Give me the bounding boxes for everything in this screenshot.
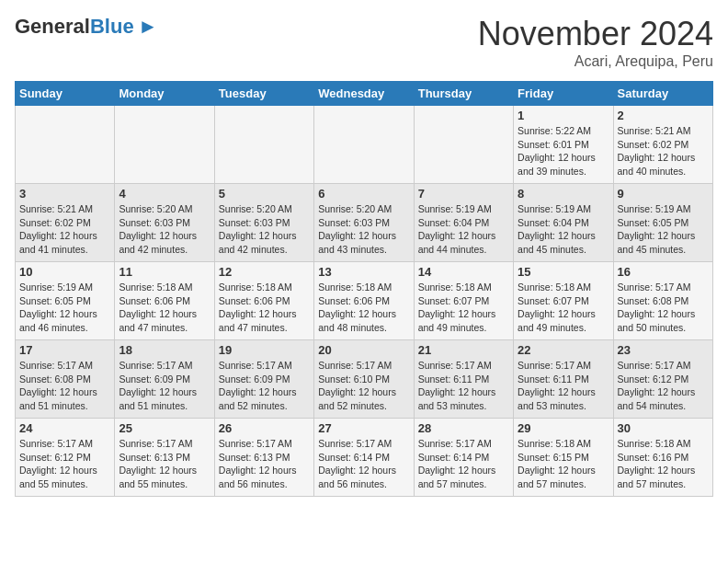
day-info: Sunrise: 5:17 AM Sunset: 6:12 PM Dayligh… (19, 437, 110, 491)
week-row-1: 1Sunrise: 5:22 AM Sunset: 6:01 PM Daylig… (16, 106, 713, 184)
day-info: Sunrise: 5:22 AM Sunset: 6:01 PM Dayligh… (518, 124, 609, 178)
calendar-cell: 5Sunrise: 5:20 AM Sunset: 6:03 PM Daylig… (214, 184, 313, 262)
day-number: 7 (418, 187, 509, 201)
day-number: 5 (219, 187, 310, 201)
calendar-cell: 1Sunrise: 5:22 AM Sunset: 6:01 PM Daylig… (514, 106, 613, 184)
day-number: 20 (318, 343, 409, 357)
calendar-cell (314, 106, 414, 184)
week-row-3: 10Sunrise: 5:19 AM Sunset: 6:05 PM Dayli… (16, 262, 713, 340)
weekday-header-wednesday: Wednesday (314, 82, 414, 106)
calendar-cell: 12Sunrise: 5:18 AM Sunset: 6:06 PM Dayli… (214, 262, 313, 340)
calendar-cell: 17Sunrise: 5:17 AM Sunset: 6:08 PM Dayli… (16, 340, 115, 419)
logo-blue: Blue (90, 15, 134, 38)
title-block: November 2024 Acari, Arequipa, Peru (478, 15, 713, 70)
weekday-header-saturday: Saturday (613, 82, 712, 106)
logo-general: General (15, 15, 90, 39)
calendar-cell (115, 106, 214, 184)
day-number: 15 (518, 265, 609, 279)
calendar-cell: 21Sunrise: 5:17 AM Sunset: 6:11 PM Dayli… (414, 340, 513, 419)
day-number: 9 (618, 187, 709, 201)
day-number: 25 (119, 421, 210, 435)
day-number: 29 (518, 421, 609, 435)
calendar-cell: 9Sunrise: 5:19 AM Sunset: 6:05 PM Daylig… (613, 184, 712, 262)
calendar-cell: 11Sunrise: 5:18 AM Sunset: 6:06 PM Dayli… (115, 262, 214, 340)
weekday-header-thursday: Thursday (414, 82, 513, 106)
day-info: Sunrise: 5:17 AM Sunset: 6:14 PM Dayligh… (418, 437, 509, 491)
day-info: Sunrise: 5:17 AM Sunset: 6:08 PM Dayligh… (19, 359, 110, 413)
week-row-4: 17Sunrise: 5:17 AM Sunset: 6:08 PM Dayli… (16, 340, 713, 419)
day-info: Sunrise: 5:19 AM Sunset: 6:05 PM Dayligh… (618, 202, 709, 257)
day-info: Sunrise: 5:17 AM Sunset: 6:11 PM Dayligh… (518, 359, 609, 413)
month-title: November 2024 (478, 15, 713, 53)
day-info: Sunrise: 5:19 AM Sunset: 6:05 PM Dayligh… (19, 281, 110, 335)
day-info: Sunrise: 5:17 AM Sunset: 6:13 PM Dayligh… (119, 437, 210, 491)
day-number: 6 (318, 187, 409, 201)
calendar-table: SundayMondayTuesdayWednesdayThursdayFrid… (15, 81, 713, 497)
calendar-cell: 25Sunrise: 5:17 AM Sunset: 6:13 PM Dayli… (115, 419, 214, 497)
day-info: Sunrise: 5:17 AM Sunset: 6:13 PM Dayligh… (219, 437, 310, 491)
calendar-cell: 22Sunrise: 5:17 AM Sunset: 6:11 PM Dayli… (514, 340, 613, 419)
day-info: Sunrise: 5:19 AM Sunset: 6:04 PM Dayligh… (418, 202, 509, 257)
day-number: 14 (418, 265, 509, 279)
day-number: 24 (19, 421, 110, 435)
day-number: 23 (618, 343, 709, 357)
day-info: Sunrise: 5:18 AM Sunset: 6:15 PM Dayligh… (518, 437, 609, 491)
day-info: Sunrise: 5:18 AM Sunset: 6:07 PM Dayligh… (418, 281, 509, 335)
day-info: Sunrise: 5:20 AM Sunset: 6:03 PM Dayligh… (119, 202, 210, 257)
day-number: 21 (418, 343, 509, 357)
day-number: 11 (119, 265, 210, 279)
calendar-cell (414, 106, 513, 184)
day-number: 12 (219, 265, 310, 279)
day-number: 1 (518, 109, 609, 122)
day-info: Sunrise: 5:17 AM Sunset: 6:12 PM Dayligh… (618, 359, 709, 413)
weekday-header-row: SundayMondayTuesdayWednesdayThursdayFrid… (16, 82, 713, 106)
day-number: 19 (219, 343, 310, 357)
day-info: Sunrise: 5:17 AM Sunset: 6:14 PM Dayligh… (318, 437, 409, 491)
weekday-header-friday: Friday (514, 82, 613, 106)
calendar-cell: 2Sunrise: 5:21 AM Sunset: 6:02 PM Daylig… (613, 106, 712, 184)
day-info: Sunrise: 5:18 AM Sunset: 6:06 PM Dayligh… (219, 281, 310, 335)
location: Acari, Arequipa, Peru (478, 53, 713, 70)
day-number: 16 (618, 265, 709, 279)
day-number: 13 (318, 265, 409, 279)
weekday-header-tuesday: Tuesday (214, 82, 313, 106)
day-number: 27 (318, 421, 409, 435)
day-info: Sunrise: 5:18 AM Sunset: 6:07 PM Dayligh… (518, 281, 609, 335)
calendar-cell (16, 106, 115, 184)
day-number: 30 (618, 421, 709, 435)
week-row-5: 24Sunrise: 5:17 AM Sunset: 6:12 PM Dayli… (16, 419, 713, 497)
day-number: 2 (618, 109, 709, 122)
calendar-cell (214, 106, 313, 184)
day-number: 18 (119, 343, 210, 357)
day-info: Sunrise: 5:21 AM Sunset: 6:02 PM Dayligh… (19, 202, 110, 257)
page-header: General Blue ► November 2024 Acari, Areq… (15, 15, 713, 70)
day-info: Sunrise: 5:18 AM Sunset: 6:06 PM Dayligh… (119, 281, 210, 335)
calendar-cell: 15Sunrise: 5:18 AM Sunset: 6:07 PM Dayli… (514, 262, 613, 340)
day-number: 3 (19, 187, 110, 201)
day-info: Sunrise: 5:18 AM Sunset: 6:06 PM Dayligh… (318, 281, 409, 335)
calendar-cell: 23Sunrise: 5:17 AM Sunset: 6:12 PM Dayli… (613, 340, 712, 419)
day-info: Sunrise: 5:17 AM Sunset: 6:09 PM Dayligh… (119, 359, 210, 413)
calendar-cell: 24Sunrise: 5:17 AM Sunset: 6:12 PM Dayli… (16, 419, 115, 497)
calendar-cell: 10Sunrise: 5:19 AM Sunset: 6:05 PM Dayli… (16, 262, 115, 340)
weekday-header-monday: Monday (115, 82, 214, 106)
day-info: Sunrise: 5:21 AM Sunset: 6:02 PM Dayligh… (618, 124, 709, 178)
day-info: Sunrise: 5:17 AM Sunset: 6:11 PM Dayligh… (418, 359, 509, 413)
calendar-cell: 26Sunrise: 5:17 AM Sunset: 6:13 PM Dayli… (214, 419, 313, 497)
day-number: 28 (418, 421, 509, 435)
day-info: Sunrise: 5:17 AM Sunset: 6:09 PM Dayligh… (219, 359, 310, 413)
calendar-cell: 28Sunrise: 5:17 AM Sunset: 6:14 PM Dayli… (414, 419, 513, 497)
day-number: 10 (19, 265, 110, 279)
day-number: 8 (518, 187, 609, 201)
calendar-cell: 14Sunrise: 5:18 AM Sunset: 6:07 PM Dayli… (414, 262, 513, 340)
weekday-header-sunday: Sunday (16, 82, 115, 106)
calendar-cell: 7Sunrise: 5:19 AM Sunset: 6:04 PM Daylig… (414, 184, 513, 262)
calendar-cell: 8Sunrise: 5:19 AM Sunset: 6:04 PM Daylig… (514, 184, 613, 262)
day-info: Sunrise: 5:18 AM Sunset: 6:16 PM Dayligh… (618, 437, 709, 491)
calendar-cell: 6Sunrise: 5:20 AM Sunset: 6:03 PM Daylig… (314, 184, 414, 262)
day-info: Sunrise: 5:17 AM Sunset: 6:08 PM Dayligh… (618, 281, 709, 335)
calendar-cell: 20Sunrise: 5:17 AM Sunset: 6:10 PM Dayli… (314, 340, 414, 419)
calendar-cell: 27Sunrise: 5:17 AM Sunset: 6:14 PM Dayli… (314, 419, 414, 497)
calendar-cell: 16Sunrise: 5:17 AM Sunset: 6:08 PM Dayli… (613, 262, 712, 340)
day-info: Sunrise: 5:19 AM Sunset: 6:04 PM Dayligh… (518, 202, 609, 257)
